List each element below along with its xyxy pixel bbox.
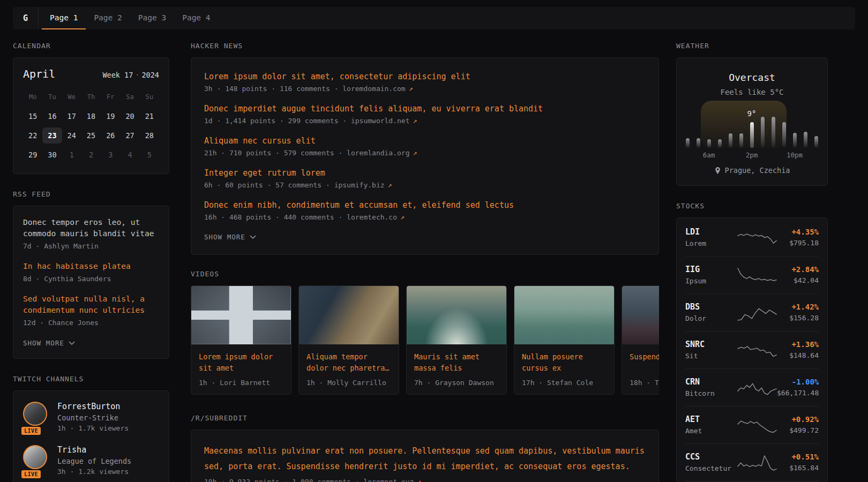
subreddit-widget: /R/SUBREDDIT Maecenas mollis pulvinar er… (191, 414, 659, 482)
stock-row-list: LDI Lorem +4.35% $795.18 IIG Ipsum (685, 219, 819, 482)
video-title[interactable]: Suspendisse diam (630, 351, 659, 374)
stock-row[interactable]: SNRC Sit +1.36% $148.64 (685, 331, 819, 368)
stock-name: Dolor (685, 314, 737, 322)
calendar-day: 16 (42, 108, 62, 124)
app-logo[interactable]: G (13, 7, 39, 29)
stock-values: +0.92% $499.72 (777, 415, 819, 434)
stock-row[interactable]: IIG Ipsum +2.84% $42.04 (685, 256, 819, 293)
rss-show-more-label: SHOW MORE (23, 339, 64, 347)
external-link-icon[interactable]: ↗ (385, 181, 392, 189)
hackernews-show-more-button[interactable]: SHOW MORE (204, 233, 256, 241)
rss-item-title[interactable]: In hac habitasse platea (23, 261, 159, 272)
calendar-day: 18 (81, 108, 101, 124)
hackernews-item-meta-text: 3h · 148 points · 116 comments · loremdo… (204, 85, 406, 93)
calendar-widget-title: CALENDAR (13, 42, 169, 50)
page-tab[interactable]: Page 2 (86, 7, 130, 29)
rss-item-title[interactable]: Sed volutpat nulla nisl, a condimentum n… (23, 293, 159, 316)
stock-name: Consectetur (685, 464, 737, 472)
rss-item: Donec tempor eros leo, ut commodo mauris… (23, 217, 159, 250)
calendar-week-year: Week 17·2024 (102, 71, 159, 79)
twitch-channel-row[interactable]: LIVE Trisha League of Legends 3h · 1.2k … (23, 445, 159, 476)
hackernews-item: Aliquam nec cursus elit 21h · 710 points… (204, 135, 646, 157)
live-badge: LIVE (20, 469, 42, 479)
rss-item-title[interactable]: Donec tempor eros leo, ut commodo mauris… (23, 217, 159, 239)
hackernews-item-title[interactable]: Aliquam nec cursus elit (204, 135, 646, 147)
external-link-icon[interactable]: ↗ (406, 85, 413, 93)
hackernews-item-meta-text: 1d · 1,414 points · 299 comments · ipsum… (204, 117, 410, 125)
calendar-day: 4 (120, 147, 139, 163)
weather-bar (793, 133, 797, 148)
video-card[interactable]: Suspendisse diam 18h · Tara (622, 285, 659, 395)
stock-name: Sit (685, 352, 737, 360)
weather-bar (814, 136, 818, 148)
stock-price: $156.28 (777, 314, 819, 322)
twitch-widget-title: TWITCH CHANNELS (13, 375, 169, 383)
calendar-year: 2024 (141, 71, 159, 79)
stock-name: Lorem (685, 239, 737, 247)
stock-row[interactable]: CRN Bitcorn -1.00% $66,171.48 (685, 368, 819, 406)
weather-bar (697, 138, 700, 148)
page-tab[interactable]: Page 1 (42, 7, 86, 29)
calendar-day: 5 (140, 147, 159, 163)
page-tab[interactable]: Page 3 (130, 7, 174, 29)
twitch-channel-row[interactable]: LIVE ForrestBurton Counter-Strike 1h · 1… (23, 402, 159, 432)
video-card-body: Nullam posuere cursus ex 17h · Stefan Co… (514, 344, 615, 395)
hackernews-item-title[interactable]: Donec enim nibh, condimentum et accumsan… (204, 199, 646, 211)
stock-name: Bitcorn (685, 389, 737, 397)
twitch-channel-info: ForrestBurton Counter-Strike 1h · 1.7k v… (57, 402, 129, 432)
avatar (23, 402, 47, 426)
external-link-icon[interactable]: ↗ (410, 117, 417, 125)
video-title[interactable]: Mauris sit amet massa felis (414, 351, 499, 374)
calendar-weekday: Mo (23, 91, 42, 103)
stock-price: $165.84 (777, 464, 819, 472)
stock-row[interactable]: LDI Lorem +4.35% $795.18 (685, 219, 819, 256)
rss-show-more-button[interactable]: SHOW MORE (23, 339, 75, 347)
calendar-day-grid: 1516171819202122232425262728293012345 (23, 108, 159, 163)
weather-bar (782, 122, 786, 148)
stock-row[interactable]: DBS Dolor +1.42% $156.28 (685, 293, 819, 331)
stock-identity: CCS Consectetur (685, 452, 737, 472)
video-thumbnail (622, 285, 659, 344)
external-link-icon[interactable]: ↗ (410, 149, 417, 157)
video-card-body: Lorem ipsum dolor sit amet consectetu… 1… (191, 344, 291, 395)
video-title[interactable]: Nullam posuere cursus ex (522, 351, 607, 374)
stock-row[interactable]: AET Amet +0.92% $499.72 (685, 406, 819, 443)
external-link-icon[interactable]: ↗ (414, 478, 421, 482)
video-card[interactable]: Aliquam tempor dolor nec pharetra… 1h · … (298, 285, 399, 395)
weather-condition: Overcast (677, 72, 827, 83)
twitch-channel-game: Counter-Strike (57, 413, 129, 422)
calendar-weekday: Fr (101, 91, 120, 103)
hackernews-item-title[interactable]: Donec imperdiet augue tincidunt felis al… (204, 103, 646, 115)
page-tab[interactable]: Page 4 (174, 7, 218, 29)
video-card[interactable]: Lorem ipsum dolor sit amet consectetu… 1… (191, 285, 291, 395)
stock-row[interactable]: CCS Consectetur +0.51% $165.84 (685, 443, 819, 481)
hackernews-item-title[interactable]: Lorem ipsum dolor sit amet, consectetur … (204, 71, 646, 82)
subreddit-post-title[interactable]: Maecenas mollis pulvinar erat non posuer… (204, 443, 646, 475)
external-link-icon[interactable]: ↗ (397, 213, 405, 221)
calendar-weekday: We (62, 91, 81, 103)
calendar-weekday: Su (140, 91, 159, 103)
hackernews-show-more-label: SHOW MORE (204, 233, 245, 241)
video-card[interactable]: Mauris sit amet massa felis 7h · Grayson… (406, 285, 507, 395)
stock-sparkline (737, 376, 777, 398)
video-title[interactable]: Aliquam tempor dolor nec pharetra… (306, 351, 391, 374)
right-column: WEATHER Overcast Feels like 5°C 9°6am2pm… (676, 42, 828, 482)
video-meta: 1h · Molly Carrillo (306, 379, 391, 387)
weather-bar (804, 132, 807, 148)
calendar-day: 2 (81, 147, 101, 163)
hackernews-item-meta: 16h · 468 points · 440 comments · loremt… (204, 213, 646, 221)
weather-current-temp: 9° (747, 109, 757, 118)
video-card[interactable]: Nullam posuere cursus ex 17h · Stefan Co… (514, 285, 615, 395)
hackernews-item: Lorem ipsum dolor sit amet, consectetur … (204, 71, 646, 93)
video-card-body: Aliquam tempor dolor nec pharetra… 1h · … (298, 344, 399, 395)
stock-change: +1.36% (777, 340, 819, 349)
hackernews-item-title[interactable]: Integer eget rutrum lorem (204, 167, 646, 179)
video-title[interactable]: Lorem ipsum dolor sit amet consectetu… (199, 351, 283, 374)
calendar-day: 28 (140, 127, 159, 144)
stock-identity: DBS Dolor (685, 302, 737, 322)
stock-identity: AET Amet (685, 415, 737, 435)
hackernews-item-meta: 1d · 1,414 points · 299 comments · ipsum… (204, 117, 646, 125)
stock-ticker: SNRC (685, 340, 737, 349)
map-pin-icon (714, 167, 721, 175)
calendar-weekday: Sa (120, 91, 139, 103)
